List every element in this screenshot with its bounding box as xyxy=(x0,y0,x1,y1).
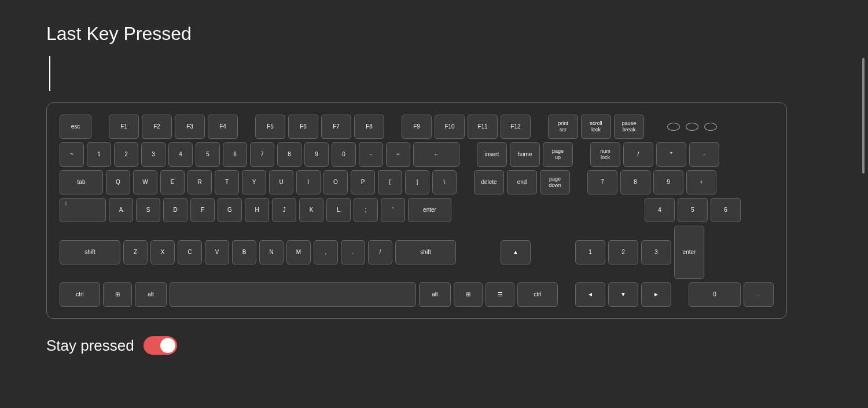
key-backslash[interactable]: \ xyxy=(432,170,457,194)
key-num2[interactable]: 2 xyxy=(608,240,638,264)
key-v[interactable]: V xyxy=(205,240,229,264)
key-d[interactable]: D xyxy=(163,198,187,222)
key-numenter[interactable]: enter xyxy=(674,226,704,279)
key-numlock[interactable]: numlock xyxy=(590,142,620,167)
key-f4[interactable]: F4 xyxy=(208,115,238,139)
key-y[interactable]: Y xyxy=(242,170,266,194)
key-num-minus[interactable]: - xyxy=(689,142,719,167)
key-t[interactable]: T xyxy=(215,170,239,194)
key-h[interactable]: H xyxy=(245,198,269,222)
key-f5[interactable]: F5 xyxy=(255,115,285,139)
key-arrow-left[interactable]: ◄ xyxy=(575,282,605,307)
key-z[interactable]: Z xyxy=(123,240,148,264)
key-k[interactable]: K xyxy=(299,198,323,222)
key-enter[interactable]: enter xyxy=(408,198,451,222)
key-caps-lock[interactable]: ⇪ xyxy=(60,198,106,222)
key-win-right[interactable]: ⊞ xyxy=(454,282,483,307)
key-space[interactable] xyxy=(170,282,416,307)
key-comma[interactable]: , xyxy=(314,240,338,264)
key-q[interactable]: Q xyxy=(106,170,130,194)
key-n[interactable]: N xyxy=(259,240,284,264)
key-home[interactable]: home xyxy=(510,142,540,167)
key-6[interactable]: 6 xyxy=(223,142,247,167)
key-0[interactable]: 0 xyxy=(332,142,356,167)
key-num6[interactable]: 6 xyxy=(711,198,741,222)
key-e[interactable]: E xyxy=(160,170,185,194)
key-pause-break[interactable]: pausebreak xyxy=(614,115,644,139)
key-ctrl-left[interactable]: ctrl xyxy=(60,282,100,307)
key-ctrl-right[interactable]: ctrl xyxy=(517,282,558,307)
key-9[interactable]: 9 xyxy=(304,142,329,167)
key-f9[interactable]: F9 xyxy=(402,115,432,139)
key-quote[interactable]: ' xyxy=(381,198,405,222)
key-arrow-right[interactable]: ► xyxy=(641,282,671,307)
key-pagedown[interactable]: pagedown xyxy=(540,170,570,194)
key-c[interactable]: C xyxy=(178,240,202,264)
key-f[interactable]: F xyxy=(190,198,215,222)
key-num-plus[interactable]: + xyxy=(686,170,716,194)
key-num-slash[interactable]: / xyxy=(623,142,653,167)
key-num9[interactable]: 9 xyxy=(653,170,683,194)
key-num5[interactable]: 5 xyxy=(678,198,708,222)
key-f3[interactable]: F3 xyxy=(175,115,205,139)
key-print-scr[interactable]: printscr xyxy=(548,115,578,139)
key-j[interactable]: J xyxy=(272,198,296,222)
key-menu[interactable]: ☰ xyxy=(486,282,514,307)
key-num0[interactable]: 0 xyxy=(689,282,741,307)
key-p[interactable]: P xyxy=(351,170,375,194)
key-g[interactable]: G xyxy=(218,198,242,222)
key-f1[interactable]: F1 xyxy=(109,115,139,139)
key-x[interactable]: X xyxy=(150,240,175,264)
key-f6[interactable]: F6 xyxy=(288,115,318,139)
key-num1[interactable]: 1 xyxy=(575,240,605,264)
key-backspace[interactable]: ← xyxy=(413,142,459,167)
key-u[interactable]: U xyxy=(269,170,293,194)
key-period[interactable]: . xyxy=(341,240,365,264)
key-m[interactable]: M xyxy=(286,240,311,264)
key-num8[interactable]: 8 xyxy=(620,170,650,194)
key-end[interactable]: end xyxy=(507,170,537,194)
key-5[interactable]: 5 xyxy=(196,142,220,167)
key-num7[interactable]: 7 xyxy=(587,170,617,194)
key-w[interactable]: W xyxy=(133,170,157,194)
key-rbracket[interactable]: ] xyxy=(405,170,429,194)
key-fwdslash[interactable]: / xyxy=(368,240,392,264)
key-pageup[interactable]: pageup xyxy=(543,142,573,167)
key-esc[interactable]: esc xyxy=(60,115,91,139)
key-s[interactable]: S xyxy=(136,198,160,222)
key-f2[interactable]: F2 xyxy=(142,115,172,139)
key-f8[interactable]: F8 xyxy=(354,115,384,139)
key-2[interactable]: 2 xyxy=(114,142,138,167)
scrollbar-right[interactable] xyxy=(862,58,865,174)
key-num3[interactable]: 3 xyxy=(641,240,671,264)
key-arrow-down[interactable]: ▼ xyxy=(608,282,638,307)
key-scroll-lock[interactable]: scrolllock xyxy=(581,115,611,139)
key-alt-left[interactable]: alt xyxy=(135,282,167,307)
key-f10[interactable]: F10 xyxy=(435,115,465,139)
key-semicolon[interactable]: ; xyxy=(354,198,378,222)
key-shift-right[interactable]: shift xyxy=(395,240,456,264)
key-f7[interactable]: F7 xyxy=(321,115,351,139)
key-minus[interactable]: - xyxy=(359,142,383,167)
key-a[interactable]: A xyxy=(109,198,133,222)
key-b[interactable]: B xyxy=(232,240,256,264)
key-7[interactable]: 7 xyxy=(250,142,274,167)
key-insert[interactable]: insert xyxy=(477,142,507,167)
key-3[interactable]: 3 xyxy=(141,142,165,167)
key-shift-left[interactable]: shift xyxy=(60,240,120,264)
key-4[interactable]: 4 xyxy=(168,142,193,167)
key-lbracket[interactable]: [ xyxy=(378,170,402,194)
key-alt-right[interactable]: alt xyxy=(419,282,451,307)
key-tab[interactable]: tab xyxy=(60,170,103,194)
key-num4[interactable]: 4 xyxy=(645,198,675,222)
key-win-left[interactable]: ⊞ xyxy=(103,282,132,307)
key-l[interactable]: L xyxy=(326,198,351,222)
stay-pressed-toggle[interactable] xyxy=(144,336,177,355)
key-arrow-up[interactable]: ▲ xyxy=(501,240,531,264)
key-delete[interactable]: delete xyxy=(474,170,504,194)
key-equals[interactable]: = xyxy=(386,142,410,167)
key-i[interactable]: I xyxy=(296,170,321,194)
key-1[interactable]: 1 xyxy=(87,142,111,167)
key-f12[interactable]: F12 xyxy=(501,115,531,139)
key-f11[interactable]: F11 xyxy=(468,115,498,139)
